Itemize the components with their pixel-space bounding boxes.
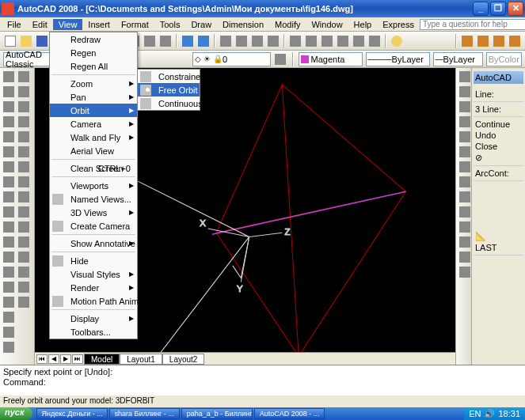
view-menu-item[interactable]: Toolbars...	[50, 325, 137, 339]
linetype-combo[interactable]: ——— ByLayer	[366, 52, 430, 66]
view-menu-item[interactable]: Aerial View	[50, 144, 137, 157]
restore-button[interactable]: ❐	[490, 2, 506, 16]
view-menu-item[interactable]: Show Annotative Objects▶	[50, 236, 137, 250]
view-menu-item[interactable]: Camera▶	[50, 117, 137, 131]
command-prompt[interactable]: Command:	[3, 377, 522, 388]
move-tool[interactable]	[17, 145, 31, 159]
r-tool-7[interactable]	[458, 160, 472, 174]
r-tool-3[interactable]	[458, 100, 472, 114]
layer-combo[interactable]: ◇ ☀ 🔒 0	[192, 52, 271, 66]
extend-tool[interactable]	[17, 220, 31, 234]
view-menu-item[interactable]: Zoom▶	[50, 77, 137, 90]
history-arccont[interactable]: ArcCont:	[474, 168, 523, 179]
point-tool[interactable]	[2, 265, 16, 279]
region-tool[interactable]	[2, 310, 16, 324]
plotstyle-combo[interactable]: ByColor	[486, 52, 522, 66]
paste-button[interactable]	[143, 34, 157, 48]
save-button[interactable]	[35, 34, 49, 48]
new-button[interactable]	[3, 34, 17, 48]
r-tool-1[interactable]	[458, 70, 472, 84]
r-tool-8[interactable]	[458, 175, 472, 189]
taskbar-button[interactable]: Яндекс.Деньги - ...	[36, 408, 108, 419]
history-line[interactable]: 3 Line:	[474, 104, 523, 115]
redo-button[interactable]	[196, 34, 211, 48]
copy-tool[interactable]	[17, 85, 31, 99]
tab-nav-prev[interactable]: ◀	[48, 354, 59, 364]
menu-insert[interactable]: Insert	[82, 19, 116, 30]
view-menu-item[interactable]: 3D Views▶	[50, 206, 137, 219]
history-toggle[interactable]: ⊘	[474, 152, 523, 164]
spline-tool[interactable]	[2, 190, 16, 204]
r-tool-13[interactable]	[458, 250, 472, 264]
menu-format[interactable]: Format	[116, 19, 154, 30]
gradient-tool[interactable]	[2, 295, 16, 309]
start-button[interactable]: пуск	[0, 407, 32, 420]
rotate-tool[interactable]	[17, 160, 31, 174]
trim-tool[interactable]	[17, 205, 31, 219]
taskbar-button[interactable]: paha_a_b - Биллинг	[181, 408, 253, 419]
offset-tool[interactable]	[17, 115, 31, 129]
menu-help[interactable]: Help	[348, 19, 378, 30]
history-close[interactable]: Close	[474, 141, 523, 152]
fillet-tool[interactable]	[17, 280, 31, 294]
menu-modify[interactable]: Modify	[269, 19, 306, 30]
tray-icon[interactable]: 🔊	[484, 409, 495, 419]
taskbar-button[interactable]: shara Биллинг - ...	[109, 408, 180, 419]
view-menu-item[interactable]: Display▶	[50, 312, 137, 325]
ellipse-tool[interactable]	[2, 205, 16, 219]
history-line[interactable]: Line:	[474, 89, 523, 100]
view-menu-item[interactable]: Named Views...	[50, 192, 137, 206]
undo-button[interactable]	[181, 34, 195, 48]
open-button[interactable]	[19, 34, 33, 48]
insert-tool[interactable]	[2, 235, 16, 249]
r-tool-6[interactable]	[458, 145, 472, 159]
view-menu-item[interactable]: Render▶	[50, 281, 137, 294]
view-menu-item[interactable]: Create Camera	[50, 219, 137, 233]
calc-button[interactable]	[367, 34, 382, 48]
circle-tool[interactable]	[2, 160, 16, 174]
orbit-menu-item[interactable]: Free Orbit	[138, 83, 200, 96]
view-menu-item[interactable]: Regen All	[50, 59, 137, 73]
minimize-button[interactable]: _	[473, 2, 489, 16]
orbit-menu-item[interactable]: Constrained Orbit	[138, 70, 200, 83]
view-menu-item[interactable]: Viewports▶	[50, 179, 137, 192]
array-tool[interactable]	[17, 130, 31, 144]
tab-nav-first[interactable]: ⏮	[36, 354, 48, 364]
r-tool-2[interactable]	[458, 85, 472, 99]
menu-express[interactable]: Express	[377, 19, 420, 30]
history-last[interactable]: LAST	[474, 242, 523, 253]
taskbar-button[interactable]: AutoCAD 2008 - ...	[254, 408, 325, 419]
color-combo[interactable]: Magenta	[299, 52, 363, 66]
anno-icon4[interactable]	[508, 34, 522, 48]
toolpalettes-button[interactable]	[320, 34, 334, 48]
tab-model[interactable]: Model	[84, 354, 120, 365]
r-tool-14[interactable]	[458, 265, 472, 279]
r-tool-12[interactable]	[458, 235, 472, 249]
xline-tool[interactable]	[2, 85, 16, 99]
view-menu-item[interactable]: Motion Path Animations...	[50, 294, 137, 308]
lang-indicator[interactable]: EN	[469, 409, 481, 418]
line-tool[interactable]	[2, 70, 16, 84]
r-tool-10[interactable]	[458, 205, 472, 219]
explode-tool[interactable]	[17, 295, 31, 309]
tab-nav-next[interactable]: ▶	[60, 354, 71, 364]
revcloud-tool[interactable]	[2, 175, 16, 189]
zoomprev-button[interactable]	[266, 34, 280, 48]
history-continue[interactable]: Continue	[474, 119, 523, 130]
block-tool[interactable]	[2, 250, 16, 264]
menu-window[interactable]: Window	[306, 19, 348, 30]
menu-view[interactable]: View	[53, 19, 83, 30]
scale-tool[interactable]	[17, 175, 31, 189]
r-tool-9[interactable]	[458, 190, 472, 204]
orbit-menu-item[interactable]: Continuous Orbit	[138, 96, 200, 110]
ellipsearc-tool[interactable]	[2, 220, 16, 234]
view-menu-item[interactable]: Visual Styles▶	[50, 267, 137, 281]
markup-button[interactable]	[352, 34, 366, 48]
help-button[interactable]	[390, 34, 404, 48]
stretch-tool[interactable]	[17, 190, 31, 204]
matchprop-button[interactable]	[158, 34, 173, 48]
lineweight-combo[interactable]: — ByLayer	[433, 52, 483, 66]
r-tool-5[interactable]	[458, 130, 472, 144]
break-tool[interactable]	[17, 235, 31, 249]
r-tool-11[interactable]	[458, 220, 472, 234]
